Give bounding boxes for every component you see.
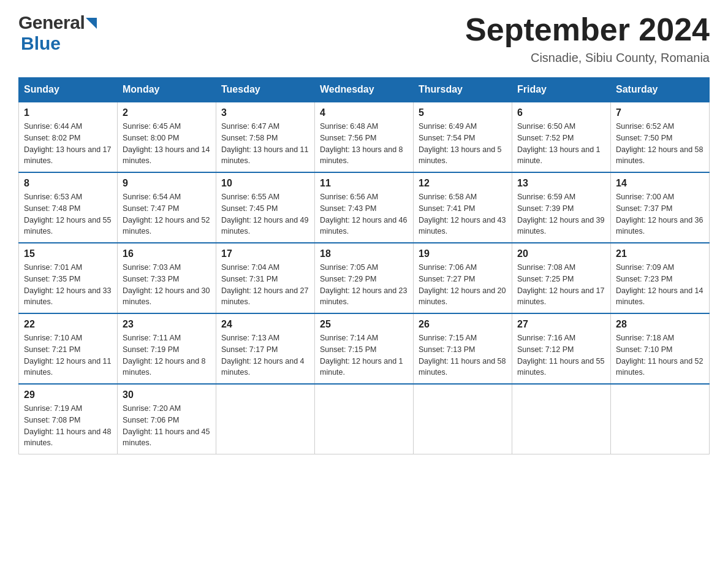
day-detail: Sunrise: 7:09 AMSunset: 7:23 PMDaylight:… xyxy=(616,263,703,306)
day-number: 28 xyxy=(616,319,704,330)
day-number: 10 xyxy=(221,178,309,189)
week-row-2: 8Sunrise: 6:53 AMSunset: 7:48 PMDaylight… xyxy=(19,172,710,243)
day-number: 5 xyxy=(419,107,507,118)
calendar-title: September 2024 xyxy=(465,12,710,47)
col-thursday: Thursday xyxy=(414,78,512,102)
day-detail: Sunrise: 7:06 AMSunset: 7:27 PMDaylight:… xyxy=(419,263,506,306)
title-section: September 2024 Cisnadie, Sibiu County, R… xyxy=(465,12,710,65)
day-number: 9 xyxy=(123,178,211,189)
day-cell: 9Sunrise: 6:54 AMSunset: 7:47 PMDaylight… xyxy=(118,172,216,243)
day-cell: 16Sunrise: 7:03 AMSunset: 7:33 PMDayligh… xyxy=(118,243,216,313)
day-detail: Sunrise: 6:59 AMSunset: 7:39 PMDaylight:… xyxy=(517,193,604,236)
col-saturday: Saturday xyxy=(611,78,710,102)
day-number: 27 xyxy=(517,319,605,330)
day-cell: 5Sunrise: 6:49 AMSunset: 7:54 PMDaylight… xyxy=(414,102,512,172)
day-cell: 22Sunrise: 7:10 AMSunset: 7:21 PMDayligh… xyxy=(19,313,118,384)
svg-marker-0 xyxy=(86,18,97,29)
day-detail: Sunrise: 7:19 AMSunset: 7:08 PMDaylight:… xyxy=(24,404,111,447)
day-cell: 18Sunrise: 7:05 AMSunset: 7:29 PMDayligh… xyxy=(315,243,414,313)
day-detail: Sunrise: 6:53 AMSunset: 7:48 PMDaylight:… xyxy=(24,193,111,236)
day-cell: 8Sunrise: 6:53 AMSunset: 7:48 PMDaylight… xyxy=(19,172,118,243)
day-detail: Sunrise: 7:05 AMSunset: 7:29 PMDaylight:… xyxy=(320,263,407,306)
day-number: 2 xyxy=(123,107,211,118)
day-cell: 15Sunrise: 7:01 AMSunset: 7:35 PMDayligh… xyxy=(19,243,118,313)
day-cell: 25Sunrise: 7:14 AMSunset: 7:15 PMDayligh… xyxy=(315,313,414,384)
day-cell: 7Sunrise: 6:52 AMSunset: 7:50 PMDaylight… xyxy=(611,102,710,172)
day-cell: 3Sunrise: 6:47 AMSunset: 7:58 PMDaylight… xyxy=(216,102,315,172)
day-number: 23 xyxy=(123,319,211,330)
day-number: 20 xyxy=(517,248,605,259)
header-row: Sunday Monday Tuesday Wednesday Thursday… xyxy=(19,78,710,102)
day-number: 18 xyxy=(320,248,408,259)
calendar-table: Sunday Monday Tuesday Wednesday Thursday… xyxy=(18,77,710,454)
day-cell: 19Sunrise: 7:06 AMSunset: 7:27 PMDayligh… xyxy=(414,243,512,313)
day-detail: Sunrise: 6:45 AMSunset: 8:00 PMDaylight:… xyxy=(123,122,210,165)
day-number: 1 xyxy=(24,107,112,118)
day-number: 22 xyxy=(24,319,112,330)
day-number: 15 xyxy=(24,248,112,259)
day-detail: Sunrise: 6:48 AMSunset: 7:56 PMDaylight:… xyxy=(320,122,403,165)
day-detail: Sunrise: 7:08 AMSunset: 7:25 PMDaylight:… xyxy=(517,263,604,306)
day-cell: 30Sunrise: 7:20 AMSunset: 7:06 PMDayligh… xyxy=(118,384,216,454)
col-wednesday: Wednesday xyxy=(315,78,414,102)
day-detail: Sunrise: 7:11 AMSunset: 7:19 PMDaylight:… xyxy=(123,334,206,377)
day-cell: 26Sunrise: 7:15 AMSunset: 7:13 PMDayligh… xyxy=(414,313,512,384)
day-cell: 13Sunrise: 6:59 AMSunset: 7:39 PMDayligh… xyxy=(512,172,611,243)
day-cell xyxy=(512,384,611,454)
day-number: 19 xyxy=(419,248,507,259)
day-number: 8 xyxy=(24,178,112,189)
day-number: 14 xyxy=(616,178,704,189)
day-detail: Sunrise: 6:49 AMSunset: 7:54 PMDaylight:… xyxy=(419,122,502,165)
day-cell: 12Sunrise: 6:58 AMSunset: 7:41 PMDayligh… xyxy=(414,172,512,243)
day-detail: Sunrise: 7:18 AMSunset: 7:10 PMDaylight:… xyxy=(616,334,703,377)
day-cell: 4Sunrise: 6:48 AMSunset: 7:56 PMDaylight… xyxy=(315,102,414,172)
day-cell: 27Sunrise: 7:16 AMSunset: 7:12 PMDayligh… xyxy=(512,313,611,384)
day-cell: 11Sunrise: 6:56 AMSunset: 7:43 PMDayligh… xyxy=(315,172,414,243)
day-number: 12 xyxy=(419,178,507,189)
col-friday: Friday xyxy=(512,78,611,102)
day-detail: Sunrise: 7:14 AMSunset: 7:15 PMDaylight:… xyxy=(320,334,403,377)
day-cell: 28Sunrise: 7:18 AMSunset: 7:10 PMDayligh… xyxy=(611,313,710,384)
week-row-5: 29Sunrise: 7:19 AMSunset: 7:08 PMDayligh… xyxy=(19,384,710,454)
logo-blue-text: Blue xyxy=(21,33,97,54)
day-cell: 23Sunrise: 7:11 AMSunset: 7:19 PMDayligh… xyxy=(118,313,216,384)
day-detail: Sunrise: 7:15 AMSunset: 7:13 PMDaylight:… xyxy=(419,334,506,377)
day-cell: 20Sunrise: 7:08 AMSunset: 7:25 PMDayligh… xyxy=(512,243,611,313)
week-row-3: 15Sunrise: 7:01 AMSunset: 7:35 PMDayligh… xyxy=(19,243,710,313)
day-number: 26 xyxy=(419,319,507,330)
day-cell: 21Sunrise: 7:09 AMSunset: 7:23 PMDayligh… xyxy=(611,243,710,313)
col-monday: Monday xyxy=(118,78,216,102)
page-header: General Blue September 2024 Cisnadie, Si… xyxy=(18,12,710,65)
day-number: 17 xyxy=(221,248,309,259)
day-cell: 6Sunrise: 6:50 AMSunset: 7:52 PMDaylight… xyxy=(512,102,611,172)
day-detail: Sunrise: 6:50 AMSunset: 7:52 PMDaylight:… xyxy=(517,122,601,165)
day-detail: Sunrise: 6:44 AMSunset: 8:02 PMDaylight:… xyxy=(24,122,111,165)
week-row-4: 22Sunrise: 7:10 AMSunset: 7:21 PMDayligh… xyxy=(19,313,710,384)
day-detail: Sunrise: 7:03 AMSunset: 7:33 PMDaylight:… xyxy=(123,263,210,306)
day-detail: Sunrise: 6:47 AMSunset: 7:58 PMDaylight:… xyxy=(221,122,308,165)
day-cell: 14Sunrise: 7:00 AMSunset: 7:37 PMDayligh… xyxy=(611,172,710,243)
day-number: 3 xyxy=(221,107,309,118)
day-cell xyxy=(315,384,414,454)
day-detail: Sunrise: 7:16 AMSunset: 7:12 PMDaylight:… xyxy=(517,334,604,377)
day-number: 11 xyxy=(320,178,408,189)
day-cell: 1Sunrise: 6:44 AMSunset: 8:02 PMDaylight… xyxy=(19,102,118,172)
day-number: 7 xyxy=(616,107,704,118)
day-cell: 10Sunrise: 6:55 AMSunset: 7:45 PMDayligh… xyxy=(216,172,315,243)
day-cell xyxy=(611,384,710,454)
day-number: 13 xyxy=(517,178,605,189)
day-detail: Sunrise: 6:54 AMSunset: 7:47 PMDaylight:… xyxy=(123,193,210,236)
logo-arrow-icon xyxy=(86,18,97,29)
day-cell xyxy=(216,384,315,454)
day-number: 4 xyxy=(320,107,408,118)
day-number: 24 xyxy=(221,319,309,330)
col-tuesday: Tuesday xyxy=(216,78,315,102)
day-detail: Sunrise: 7:04 AMSunset: 7:31 PMDaylight:… xyxy=(221,263,308,306)
day-detail: Sunrise: 6:52 AMSunset: 7:50 PMDaylight:… xyxy=(616,122,703,165)
day-number: 25 xyxy=(320,319,408,330)
calendar-subtitle: Cisnadie, Sibiu County, Romania xyxy=(465,51,710,65)
day-cell: 17Sunrise: 7:04 AMSunset: 7:31 PMDayligh… xyxy=(216,243,315,313)
day-detail: Sunrise: 6:55 AMSunset: 7:45 PMDaylight:… xyxy=(221,193,308,236)
day-number: 6 xyxy=(517,107,605,118)
col-sunday: Sunday xyxy=(19,78,118,102)
